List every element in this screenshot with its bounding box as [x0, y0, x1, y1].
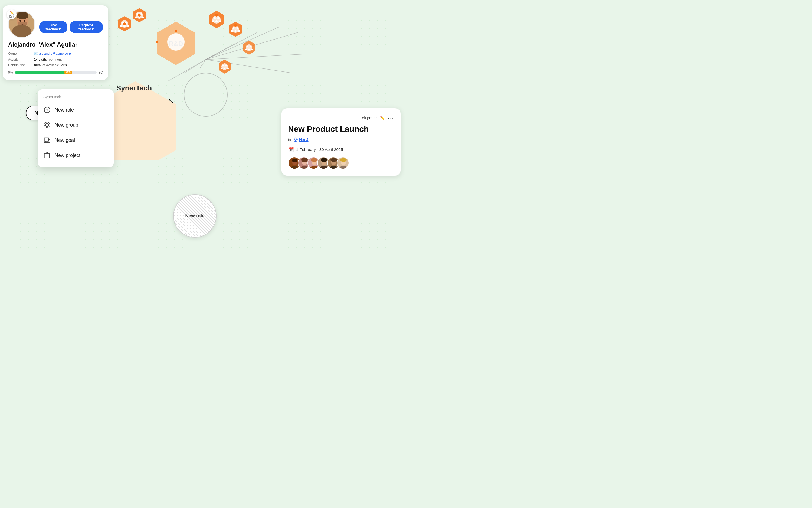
svg-point-88 — [292, 159, 297, 162]
profile-buttons: Give feedback Request feedback — [39, 21, 103, 33]
profile-info: Owner | ✉️ alejandro@acme.corp Activity … — [8, 51, 103, 69]
project-group-link[interactable]: R&D — [293, 137, 308, 142]
svg-point-47 — [245, 49, 247, 50]
avatar-wrapper: ✏️ Edit — [8, 11, 35, 38]
svg-point-60 — [215, 14, 218, 16]
svg-point-83 — [294, 138, 297, 141]
svg-point-44 — [247, 46, 248, 47]
svg-point-84 — [295, 139, 296, 140]
progress-bar: 70% — [15, 72, 96, 74]
project-card: Edit project ✏️ ··· New Product Launch i… — [282, 108, 400, 176]
pencil-icon: ✏️ — [9, 10, 14, 14]
progress-row: 0% 70% 8C — [8, 71, 103, 75]
svg-point-13 — [167, 33, 184, 51]
svg-rect-66 — [16, 15, 29, 18]
svg-point-40 — [231, 30, 233, 32]
project-card-header: Edit project ✏️ ··· — [288, 115, 394, 121]
context-menu-title: SynerTech — [38, 94, 114, 102]
svg-point-37 — [233, 27, 235, 29]
menu-item-new-role[interactable]: New role — [38, 102, 114, 118]
menu-item-new-goal[interactable]: New goal — [38, 133, 114, 148]
svg-point-18 — [123, 25, 126, 27]
svg-point-96 — [311, 158, 317, 162]
svg-point-54 — [221, 68, 222, 69]
cursor-pointer: ↖ — [168, 96, 174, 105]
goal-icon — [43, 136, 51, 144]
svg-point-69 — [24, 20, 26, 22]
pencil-icon: ✏️ — [380, 116, 385, 120]
svg-point-32 — [215, 20, 218, 23]
svg-point-57 — [138, 14, 141, 16]
svg-point-38 — [237, 27, 239, 29]
project-date-row: 📅 1 February - 30 April 2025 — [288, 146, 394, 153]
svg-point-51 — [222, 65, 224, 66]
svg-point-92 — [301, 158, 308, 162]
svg-point-31 — [217, 17, 219, 19]
edit-project-button[interactable]: Edit project ✏️ — [359, 116, 385, 120]
new-role-label: New role — [185, 213, 205, 219]
project-name: New Product Launch — [288, 124, 394, 134]
svg-point-26 — [135, 16, 137, 18]
project-icon — [43, 152, 51, 159]
calendar-icon: 📅 — [288, 146, 294, 153]
profile-name: Alejandro "Alex" Aguilar — [8, 41, 103, 48]
svg-point-48 — [251, 49, 253, 50]
svg-point-39 — [235, 30, 237, 32]
progress-fill: 70% — [15, 72, 72, 74]
svg-point-56 — [123, 23, 126, 25]
svg-rect-75 — [44, 138, 49, 141]
menu-item-new-project[interactable]: New project — [38, 148, 114, 163]
team-avatars — [288, 157, 394, 169]
svg-point-52 — [225, 65, 227, 66]
svg-point-73 — [44, 122, 50, 128]
edit-button[interactable]: ✏️ Edit — [7, 9, 16, 19]
context-menu: SynerTech New role New group New goal — [38, 89, 114, 167]
svg-point-53 — [224, 68, 225, 69]
svg-point-58 — [156, 41, 158, 43]
profile-avatar-area: ✏️ Edit Give feedback Request feedback — [8, 11, 103, 38]
contribution-row: Contribution | 80% of available 70% — [8, 62, 103, 69]
group-circle-icon — [43, 121, 51, 129]
svg-point-104 — [331, 158, 337, 162]
activity-row: Activity | 14 visits per month — [8, 57, 103, 63]
svg-point-25 — [139, 16, 140, 18]
profile-right: Give feedback Request feedback — [39, 11, 103, 33]
svg-point-34 — [219, 20, 221, 23]
svg-rect-79 — [44, 154, 49, 158]
svg-point-108 — [340, 158, 347, 162]
svg-point-55 — [227, 68, 229, 69]
svg-point-33 — [212, 20, 214, 23]
owner-row: Owner | ✉️ alejandro@acme.corp — [8, 51, 103, 57]
new-role-circle[interactable]: New role — [173, 194, 217, 238]
menu-item-new-group[interactable]: New group — [38, 118, 114, 133]
svg-point-30 — [214, 17, 216, 19]
team-avatar-6 — [337, 157, 349, 169]
request-feedback-button[interactable]: Request feedback — [70, 21, 103, 33]
plus-circle-icon — [43, 106, 51, 114]
give-feedback-button[interactable]: Give feedback — [39, 21, 68, 33]
svg-point-61 — [234, 24, 237, 27]
more-options-button[interactable]: ··· — [388, 115, 394, 121]
svg-point-45 — [250, 46, 251, 47]
svg-point-20 — [127, 25, 129, 27]
svg-point-74 — [45, 123, 49, 127]
group-link-icon — [293, 137, 298, 142]
svg-point-100 — [321, 158, 327, 162]
svg-point-19 — [120, 25, 122, 27]
synertech-label: SynerTech — [116, 84, 152, 92]
svg-point-46 — [248, 49, 250, 50]
svg-point-27 — [142, 16, 144, 18]
svg-point-68 — [19, 20, 21, 22]
svg-point-67 — [13, 31, 32, 38]
svg-point-59 — [175, 30, 177, 33]
profile-card: ✏️ Edit Give feedback Request feedback A… — [3, 5, 108, 80]
svg-point-41 — [238, 30, 240, 32]
project-in-row: in R&D — [288, 137, 394, 142]
